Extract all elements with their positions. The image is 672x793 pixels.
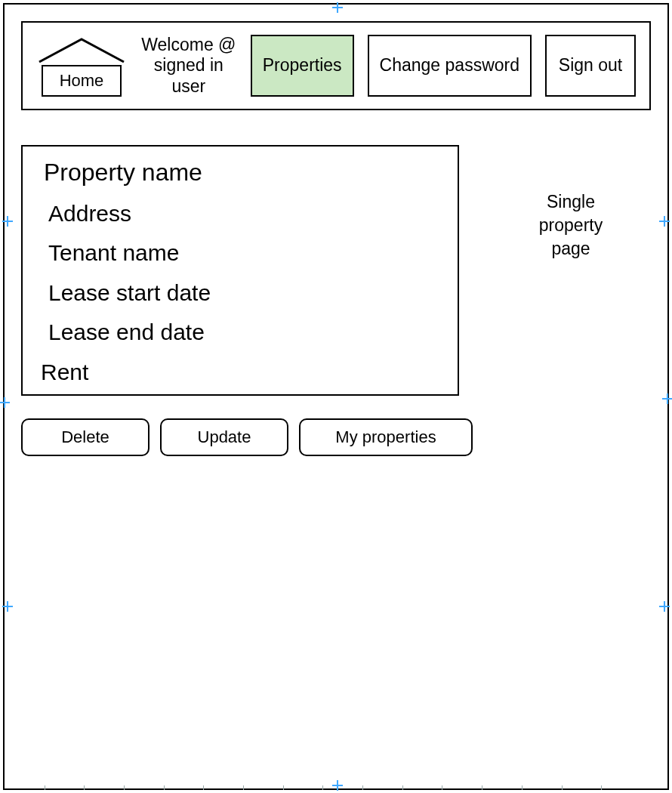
my-properties-button[interactable]: My properties [299,418,473,456]
property-card: Property name Address Tenant name Lease … [21,145,459,396]
welcome-line-2: signed in user [154,55,223,96]
property-address-label: Address [48,201,441,227]
nav-sign-out-button[interactable]: Sign out [545,35,636,97]
property-name-label: Property name [44,159,441,187]
nav-change-password-label: Change password [380,55,519,76]
top-navbar: Home Welcome @ signed in user Properties… [21,21,651,110]
canvas-handle-icon [659,216,670,227]
delete-button[interactable]: Delete [21,418,150,456]
page-title-line-2: property [539,215,603,235]
property-lease-end-label: Lease end date [48,319,441,345]
canvas-handle-icon [2,216,13,227]
canvas-handle-icon [2,601,13,612]
canvas-handle-icon [662,393,672,404]
nav-change-password-button[interactable]: Change password [368,35,532,97]
home-logo-group: Home [36,35,127,97]
ruler-ticks [5,785,667,790]
property-tenant-label: Tenant name [48,240,441,266]
page-title: Single property page [503,190,639,261]
action-button-row: Delete Update My properties [21,418,473,456]
house-roof-icon [36,35,127,63]
welcome-text: Welcome @ signed in user [140,35,237,97]
welcome-line-1: Welcome @ [141,35,236,54]
canvas-handle-icon [0,397,10,408]
page-title-line-3: page [551,239,590,258]
property-rent-label: Rent [41,359,441,385]
page-canvas: Home Welcome @ signed in user Properties… [3,3,669,790]
page-title-line-1: Single [547,192,595,211]
update-button[interactable]: Update [160,418,288,456]
canvas-handle-icon [332,780,343,791]
canvas-handle-icon [659,601,670,612]
nav-properties-button[interactable]: Properties [251,35,354,97]
home-button[interactable]: Home [42,65,122,97]
property-lease-start-label: Lease start date [48,280,441,306]
canvas-handle-icon [332,2,343,13]
